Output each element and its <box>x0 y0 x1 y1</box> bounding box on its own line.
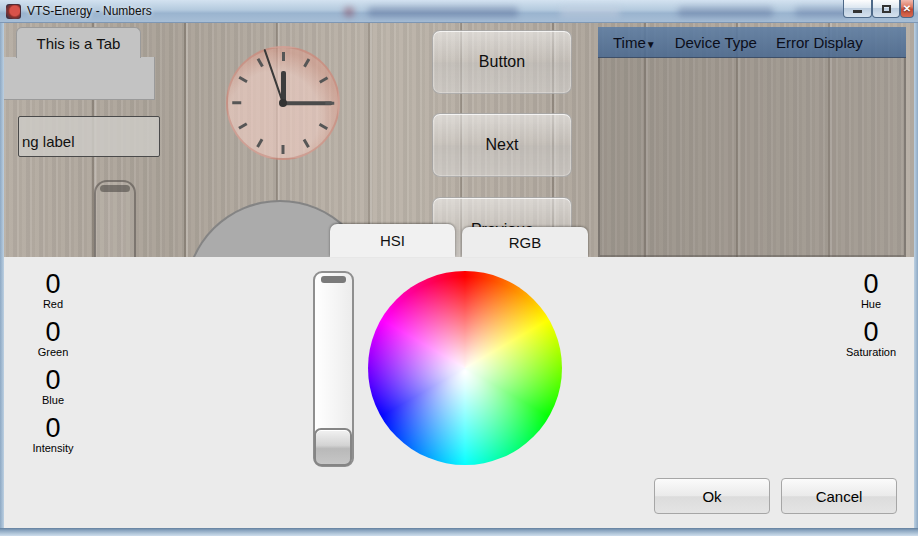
hsi-readouts: 0 Hue 0 Saturation <box>822 271 918 367</box>
tab-this-is-a-tab[interactable]: This is a Tab <box>16 27 141 58</box>
title-bar: VTS-Energy - Numbers ✕ <box>0 0 918 23</box>
clock-tick <box>257 58 264 67</box>
column-header-time[interactable]: Time▼ <box>613 34 656 51</box>
button-label: Next <box>486 136 519 154</box>
clock-tick <box>238 76 247 83</box>
saturation-value: 0 <box>863 319 878 345</box>
text-label: ng label <box>22 133 75 150</box>
close-icon: ✕ <box>903 3 911 14</box>
clock-tick <box>319 123 328 130</box>
window-title: VTS-Energy - Numbers <box>27 4 152 18</box>
text-label-box: ng label <box>18 116 160 157</box>
table-body <box>598 58 906 257</box>
saturation-label: Saturation <box>846 346 896 358</box>
red-label: Red <box>43 298 63 310</box>
rgb-readouts: 0 Red 0 Green 0 Blue 0 Intensity <box>14 271 92 463</box>
window-border-bottom <box>0 528 918 536</box>
sort-descending-icon: ▼ <box>646 39 656 50</box>
saturation-readout: 0 Saturation <box>846 319 896 358</box>
analog-clock <box>226 46 340 160</box>
cancel-button[interactable]: Cancel <box>781 478 897 514</box>
clock-tick <box>282 52 285 61</box>
cancel-label: Cancel <box>816 488 863 505</box>
tab-label: RGB <box>509 234 542 251</box>
column-label: Error Display <box>776 34 863 51</box>
titlebar-glass-blob <box>368 7 518 17</box>
red-value: 0 <box>45 271 60 297</box>
window-border-right <box>914 23 918 528</box>
tab-label: HSI <box>380 232 405 249</box>
titlebar-glass-blob <box>678 7 773 17</box>
color-picker-panel: 0 Red 0 Green 0 Blue 0 Intensity 0 <box>4 257 914 528</box>
intensity-slider-thumb[interactable] <box>314 428 352 466</box>
blue-value: 0 <box>45 367 60 393</box>
clock-tick <box>257 139 264 148</box>
clock-hub <box>279 99 287 107</box>
clock-tick <box>238 123 247 130</box>
next-button[interactable]: Next <box>432 113 572 177</box>
column-label: Device Type <box>675 34 757 51</box>
hue-readout: 0 Hue <box>861 271 881 310</box>
green-value: 0 <box>45 319 60 345</box>
close-button[interactable]: ✕ <box>900 0 914 18</box>
minimize-button[interactable] <box>843 0 872 18</box>
clock-tick <box>325 102 334 105</box>
button-label: Button <box>479 53 525 71</box>
color-wheel[interactable] <box>368 271 562 465</box>
intensity-value: 0 <box>45 415 60 441</box>
tab-page-fragment <box>4 57 155 100</box>
column-label: Time <box>613 34 646 51</box>
clock-tick <box>232 102 241 105</box>
minimize-icon <box>853 10 862 13</box>
error-table: Time▼ Device Type Error Display <box>598 27 906 257</box>
table-header-row: Time▼ Device Type Error Display <box>598 27 906 58</box>
ok-button[interactable]: Ok <box>654 478 770 514</box>
column-header-device-type[interactable]: Device Type <box>675 34 757 51</box>
titlebar-glass-blob <box>795 7 850 17</box>
ok-label: Ok <box>702 488 721 505</box>
intensity-slider-cap <box>321 276 346 283</box>
maximize-icon <box>882 5 891 13</box>
maximize-button[interactable] <box>872 0 900 18</box>
green-label: Green <box>38 346 69 358</box>
tab-hsi[interactable]: HSI <box>330 224 455 257</box>
app-icon <box>6 4 21 19</box>
green-readout: 0 Green <box>38 319 69 358</box>
intensity-readout: 0 Intensity <box>33 415 74 454</box>
tab-label: This is a Tab <box>37 35 121 52</box>
clock-tick <box>303 139 310 148</box>
column-header-error-display[interactable]: Error Display <box>776 34 863 51</box>
window-border-left <box>0 23 4 528</box>
hue-label: Hue <box>861 298 881 310</box>
blue-readout: 0 Blue <box>42 367 64 406</box>
titlebar-glass-blob <box>344 7 354 17</box>
tab-rgb[interactable]: RGB <box>462 227 588 257</box>
blue-label: Blue <box>42 394 64 406</box>
clock-tick <box>319 76 328 83</box>
titlebar-glass-blob <box>560 7 620 17</box>
slider-groove-cap <box>100 185 130 192</box>
red-readout: 0 Red <box>43 271 63 310</box>
app-window: VTS-Energy - Numbers ✕ This is a Tab ng … <box>0 0 918 536</box>
hue-value: 0 <box>863 271 878 297</box>
clock-tick <box>303 58 310 67</box>
button-button[interactable]: Button <box>432 30 572 94</box>
intensity-label: Intensity <box>33 442 74 454</box>
clock-tick <box>282 145 285 154</box>
